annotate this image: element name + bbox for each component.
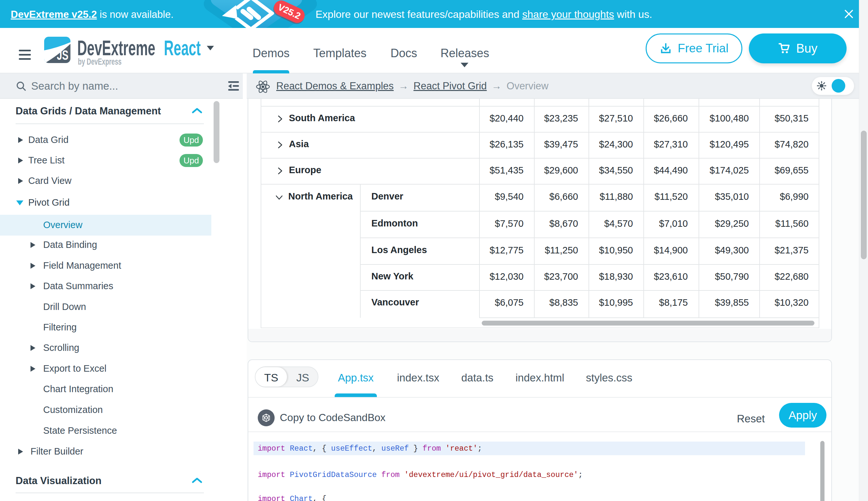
svg-text:JS: JS bbox=[57, 47, 68, 63]
